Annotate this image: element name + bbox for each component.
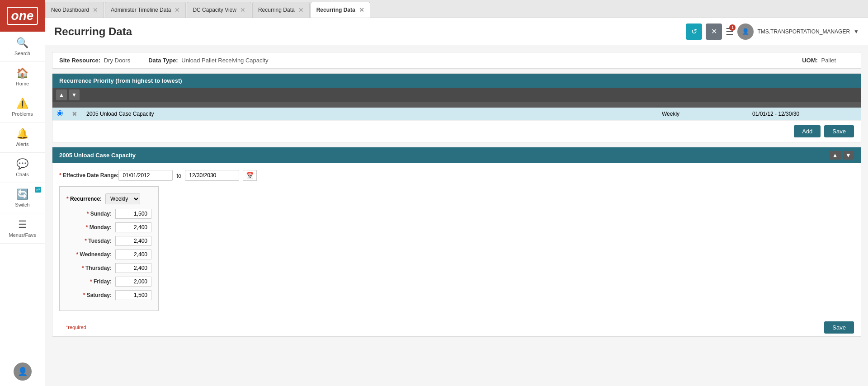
row-delete-cell[interactable]: ✖ [67,108,82,121]
monday-input[interactable] [115,222,151,232]
row-date-range-cell: 01/01/12 - 12/30/30 [748,108,861,121]
calendar-button[interactable]: 📅 [243,170,257,181]
wednesday-input[interactable] [115,249,151,259]
problems-icon: ⚠️ [16,98,28,109]
detail-save-button[interactable]: Save [824,321,854,334]
row-recurrence: Weekly [662,111,679,117]
dropdown-arrow-icon: ▼ [854,28,859,35]
tab-administer-timeline[interactable]: Administer Timeline Data ✕ [105,2,186,18]
tuesday-input[interactable] [115,236,151,246]
row-radio[interactable] [57,110,63,116]
row-recurrence-cell: Weekly [657,108,748,121]
tab-close-neo-dashboard[interactable]: ✕ [93,6,98,14]
detail-header-text: 2005 Unload Case Capacity [59,152,136,159]
close-page-button[interactable]: ✕ [706,24,722,40]
detail-scroll-down[interactable]: ▼ [843,151,854,160]
effective-date-label: Effective Date Range: [59,172,118,179]
save-table-button[interactable]: Save [824,125,854,137]
switch-icon: 🔄 [16,188,28,200]
saturday-label: Saturday: [66,292,112,298]
tab-recurring-data-1[interactable]: Recurring Data ✕ [252,2,310,18]
sidebar-item-problems[interactable]: ⚠️ Problems [0,92,45,122]
tab-close-recurring-data-2[interactable]: ✕ [359,6,364,14]
notification-count: 1 [729,24,736,31]
detail-scroll-up[interactable]: ▲ [830,151,841,160]
table-header-row [52,102,861,108]
tab-dc-capacity[interactable]: DC Capacity View ✕ [187,2,251,18]
col-date-range [748,102,861,108]
chats-icon: 💬 [16,158,28,170]
data-type-label: Data Type: [148,57,178,64]
tab-label-administer-timeline: Administer Timeline Data [111,7,171,13]
logo-text: one [7,7,38,25]
tab-close-recurring-data-1[interactable]: ✕ [298,6,304,14]
page-title: Recurring Data [54,25,686,38]
site-resource-value: Dry Doors [104,57,131,64]
recurrence-section-header: Recurrence Priority (from highest to low… [52,74,861,88]
to-label: to [176,172,181,179]
recurrence-type-label: Recurrence: [66,196,102,202]
uom-value: Pallet [821,57,836,64]
site-resource-label: Site Resource: [59,57,100,64]
data-type-value: Unload Pallet Receiving Capacity [181,57,268,64]
sidebar-item-home[interactable]: 🏠 Home [0,62,45,92]
sidebar-item-chats[interactable]: 💬 Chats [0,153,45,183]
sunday-input[interactable] [115,209,151,219]
sort-up-button[interactable]: ▲ [56,89,67,100]
app-logo[interactable]: one [0,0,45,32]
info-bar: Site Resource: Dry Doors Data Type: Unlo… [52,52,861,69]
user-avatar-sidebar[interactable]: 👤 [0,357,45,386]
tab-close-dc-capacity[interactable]: ✕ [240,6,245,14]
friday-label: Friday: [66,278,112,285]
content-area: Site Resource: Dry Doors Data Type: Unlo… [45,45,868,386]
main-content: Neo Dashboard ✕ Administer Timeline Data… [45,0,868,386]
recurrence-section: Recurrence Priority (from highest to low… [52,73,861,142]
tab-close-administer-timeline[interactable]: ✕ [175,6,180,14]
end-date-input[interactable] [185,170,239,181]
row-delete-button[interactable]: ✖ [72,110,77,118]
saturday-input[interactable] [115,290,151,300]
row-date-range: 01/01/12 - 12/30/30 [752,111,799,117]
col-delete [67,102,82,108]
notification-badge: ☰ 1 [726,26,734,37]
thursday-label: Thursday: [66,265,112,271]
refresh-button[interactable]: ↺ [686,24,702,40]
thursday-row: Thursday: [66,263,151,273]
sidebar-item-switch[interactable]: 🔄 Switch ⇄ [0,183,45,213]
col-name [82,102,657,108]
wednesday-row: Wednesday: [66,249,151,259]
recurrence-select[interactable]: Weekly Daily Monthly [105,193,140,204]
detail-content: Effective Date Range: to 📅 Recurrence: W… [52,163,861,318]
friday-row: Friday: [66,277,151,287]
menus-icon: ☰ [18,219,27,231]
row-radio-cell[interactable] [52,108,67,121]
recurrence-table: ✖ 2005 Unload Case Capacity Weekly 01/01… [52,102,861,121]
home-icon: 🏠 [16,67,28,79]
avatar-circle: 👤 [14,362,32,381]
tab-recurring-data-2[interactable]: Recurring Data ✕ [311,2,370,18]
tab-label-neo-dashboard: Neo Dashboard [51,7,89,13]
sidebar-item-label-home: Home [16,81,29,86]
sidebar-item-menus[interactable]: ☰ Menus/Favs [0,213,45,244]
row-name: 2005 Unload Case Capacity [86,111,154,117]
tab-neo-dashboard[interactable]: Neo Dashboard ✕ [45,2,104,18]
sidebar-item-alerts[interactable]: 🔔 Alerts [0,122,45,153]
recurrence-form: Recurrence: Weekly Daily Monthly Sunday: [59,186,159,311]
alerts-icon: 🔔 [16,128,28,140]
user-dropdown[interactable]: 👤 TMS.TRANSPORTATION_MANAGER ▼ [737,24,859,40]
monday-label: Monday: [66,224,112,231]
start-date-input[interactable] [118,170,173,181]
add-button[interactable]: Add [794,125,821,137]
table-row[interactable]: ✖ 2005 Unload Case Capacity Weekly 01/01… [52,108,861,121]
tab-bar: Neo Dashboard ✕ Administer Timeline Data… [45,0,868,18]
sort-down-button[interactable]: ▼ [69,89,80,100]
site-resource-item: Site Resource: Dry Doors [59,57,130,64]
detail-scroll-buttons: ▲ ▼ [830,151,854,160]
uom-item: UOM: Pallet [802,57,836,64]
sidebar-item-label-alerts: Alerts [16,141,28,147]
sidebar-item-search[interactable]: 🔍 Search [0,32,45,62]
col-select [52,102,67,108]
friday-input[interactable] [115,277,151,287]
thursday-input[interactable] [115,263,151,273]
sidebar-item-label-switch: Switch [15,202,29,207]
